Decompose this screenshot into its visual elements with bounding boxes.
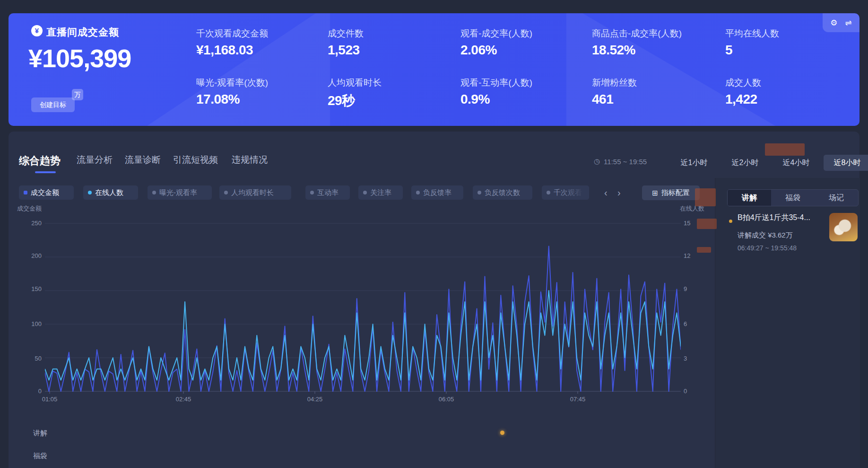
x-tick-04:25: 04:25 xyxy=(307,396,323,403)
product-thumbnail[interactable] xyxy=(829,213,858,241)
chip-label: 负反馈次数 xyxy=(485,188,520,197)
orange-artifact xyxy=(765,143,805,156)
left-tick-150: 150 xyxy=(20,285,42,292)
left-tick-250: 250 xyxy=(20,220,42,227)
chip-fade xyxy=(559,185,589,200)
range-button-近8小时[interactable]: 近8小时 xyxy=(824,155,868,171)
chips-next-icon[interactable]: › xyxy=(617,187,621,198)
banner-metric-label: 人均观看时长 xyxy=(328,77,382,89)
chip-曝光-观看率[interactable]: 曝光-观看率 xyxy=(148,185,212,200)
right-tick-12: 12 xyxy=(684,252,705,259)
swap-icon[interactable]: ⇌ xyxy=(845,18,852,28)
banner-metric-label: 观看-成交率(人数) xyxy=(460,27,532,40)
x-tick-06:05: 06:05 xyxy=(439,396,454,403)
banner-metric-label: 观看-互动率(人数) xyxy=(460,77,532,89)
time-range: ◷ 11:55 ~ 19:55 xyxy=(594,157,647,166)
metric-config-label: 指标配置 xyxy=(661,188,690,197)
chip-dot xyxy=(477,191,481,194)
orange-artifact xyxy=(695,188,716,206)
left-tick-50: 50 xyxy=(20,355,42,362)
chip-负反馈次数[interactable]: 负反馈次数 xyxy=(473,185,532,200)
marker-row-讲解: 讲解 xyxy=(33,429,47,438)
right-tick-0: 0 xyxy=(684,388,705,395)
chip-在线人数[interactable]: 在线人数 xyxy=(83,185,138,200)
chip-人均观看时长[interactable]: 人均观看时长 xyxy=(219,185,291,200)
right-panel-tabs: 讲解福袋场记 xyxy=(727,189,859,206)
chip-dot xyxy=(24,191,27,194)
right-tick-6: 6 xyxy=(684,320,705,327)
chip-label: 人均观看时长 xyxy=(231,188,274,197)
banner-metric-label: 成交人数 xyxy=(725,77,761,89)
metric-config-button[interactable]: ⊞ 指标配置 xyxy=(642,185,700,200)
right-tick-15: 15 xyxy=(684,220,705,227)
left-tick-200: 200 xyxy=(20,252,42,259)
banner-metric-label: 千次观看成交金额 xyxy=(196,27,268,40)
x-tick-02:45: 02:45 xyxy=(176,396,191,403)
banner-metric-label: 商品点击-成交率(人数) xyxy=(592,27,682,40)
banner-metric-value: 0.9% xyxy=(460,92,490,107)
tab-引流短视频[interactable]: 引流短视频 xyxy=(173,154,218,166)
chip-dot xyxy=(416,191,420,194)
explain-marker-dot[interactable] xyxy=(500,431,504,435)
banner-metric-label: 平均在线人数 xyxy=(725,27,779,40)
right-tab-场记[interactable]: 场记 xyxy=(815,190,858,206)
left-tick-0: 0 xyxy=(20,388,42,395)
range-button-近4小时[interactable]: 近4小时 xyxy=(773,155,820,171)
x-tick-01:05: 01:05 xyxy=(42,396,58,403)
chip-关注率[interactable]: 关注率 xyxy=(358,185,403,200)
chip-互动率[interactable]: 互动率 xyxy=(305,185,350,200)
range-button-近2小时[interactable]: 近2小时 xyxy=(721,155,769,171)
chip-dot xyxy=(88,191,92,194)
tab-流量诊断[interactable]: 流量诊断 xyxy=(125,154,161,166)
banner-metric-value: 1,422 xyxy=(725,92,757,107)
right-tab-福袋[interactable]: 福袋 xyxy=(771,190,815,206)
chip-成交金额[interactable]: 成交金额 xyxy=(19,185,74,200)
chip-label: 负反馈率 xyxy=(423,188,451,197)
chip-dot xyxy=(224,191,228,194)
trend-chart-plot[interactable] xyxy=(45,217,681,395)
coin-icon: ¥ xyxy=(31,25,43,36)
banner-tools: ⚙ ⇌ xyxy=(823,13,859,32)
chips-prev-icon[interactable]: ‹ xyxy=(604,187,608,198)
active-tab-underline xyxy=(35,171,56,173)
explain-item-title[interactable]: B拍4斤送1斤共35-4... xyxy=(738,213,826,223)
gear-icon[interactable]: ⚙ xyxy=(830,18,837,28)
chip-dot xyxy=(152,191,156,194)
x-tick-07:45: 07:45 xyxy=(570,396,586,403)
chip-label: 关注率 xyxy=(370,188,391,197)
time-range-text: 11:55 ~ 19:55 xyxy=(604,158,647,166)
banner-metric-value: 5 xyxy=(725,43,732,58)
clock-icon: ◷ xyxy=(594,157,600,166)
banner-metric-value: 461 xyxy=(592,92,613,107)
tab-流量分析[interactable]: 流量分析 xyxy=(77,154,113,166)
chip-dot xyxy=(547,191,550,194)
chip-千次观看[interactable]: 千次观看 xyxy=(542,185,589,200)
range-button-近1小时[interactable]: 近1小时 xyxy=(670,155,718,171)
banner-metric-value: ¥1,168.03 xyxy=(196,43,253,58)
right-tick-9: 9 xyxy=(684,285,705,292)
left-axis-title: 成交金额 xyxy=(11,204,42,213)
banner-metric-value: 18.52% xyxy=(592,43,635,58)
tab-违规情况[interactable]: 违规情况 xyxy=(232,154,268,166)
chip-label: 互动率 xyxy=(317,188,339,197)
create-goal-button[interactable]: 创建目标 xyxy=(31,97,75,112)
banner-metric-value: 2.06% xyxy=(460,43,497,58)
chip-label: 曝光-观看率 xyxy=(159,188,197,197)
gmv-main-value: ¥105,399 xyxy=(28,44,131,73)
chip-dot xyxy=(310,191,314,194)
explain-item-deal: 讲解成交 ¥3.62万 xyxy=(738,231,793,240)
banner-metric-value: 17.08% xyxy=(196,92,240,107)
chip-负反馈率[interactable]: 负反馈率 xyxy=(411,185,463,200)
banner-metric-value: 29秒 xyxy=(328,92,355,110)
series-在线人数 xyxy=(45,291,681,380)
live-analytics-dashboard: ¥ 直播间成交金额 ¥105,399 万 创建目标 ⚙ ⇌ ◷ 11:55 ~ … xyxy=(0,0,868,468)
banner-metric-label: 曝光-观看率(次数) xyxy=(196,77,268,89)
right-tick-3: 3 xyxy=(684,355,705,362)
config-grid-icon: ⊞ xyxy=(652,189,658,197)
banner-metric-label: 新增粉丝数 xyxy=(592,77,637,89)
left-tick-100: 100 xyxy=(20,320,42,327)
banner-metric-label: 成交件数 xyxy=(328,27,364,40)
item-bullet-dot xyxy=(729,220,732,223)
tab-综合趋势[interactable]: 综合趋势 xyxy=(19,154,61,168)
right-tab-讲解[interactable]: 讲解 xyxy=(728,190,771,206)
